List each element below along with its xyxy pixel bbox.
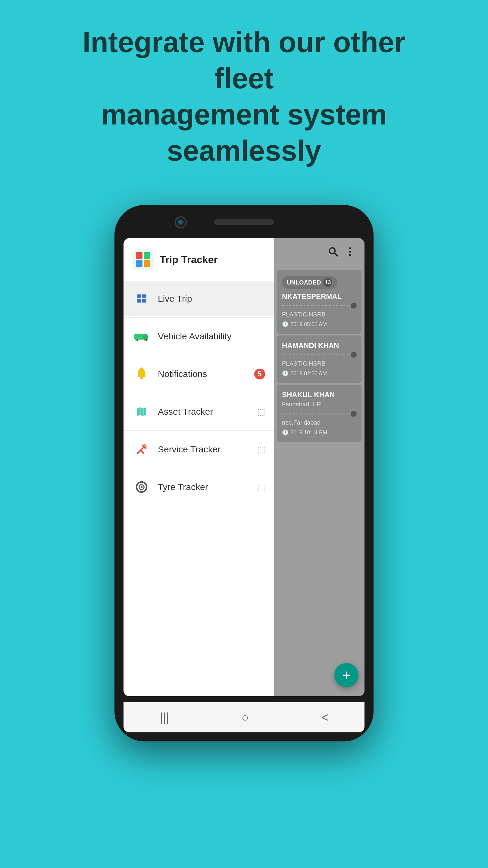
service-tracker-external-icon: ⬚ xyxy=(257,444,265,455)
trip-progress-2 xyxy=(282,352,357,358)
asset-tracker-external-icon: ⬚ xyxy=(257,407,265,417)
fab-add-button[interactable]: + xyxy=(334,663,358,687)
search-button[interactable] xyxy=(325,243,341,260)
main-content: UNLOADED 13 NKATESPERMAL PLASTIC,HSRB xyxy=(274,238,364,696)
drawer-header: Trip Tracker xyxy=(124,238,274,281)
trip-card-3[interactable]: SHAKUL KHAN Faridabad, HR nec,Faridabad … xyxy=(277,384,361,442)
nav-home-button[interactable]: ○ xyxy=(241,711,249,724)
tyre-tracker-label: Tyre Tracker xyxy=(158,482,254,492)
tyre-tracker-icon xyxy=(133,478,151,496)
trip-time-2: 🕐2019 02:26 AM xyxy=(282,370,357,377)
unloaded-count: 13 xyxy=(323,278,332,287)
unloaded-badge: UNLOADED 13 xyxy=(282,276,337,289)
menu-item-live-trip[interactable]: Live Trip xyxy=(124,281,274,316)
navigation-drawer: Trip Tracker Live Trip xyxy=(124,238,274,696)
service-tracker-icon xyxy=(133,440,151,458)
menu-item-asset-tracker[interactable]: Asset Tracker ⬚ xyxy=(124,394,274,429)
app-toolbar xyxy=(274,238,364,265)
vehicle-availability-label: Vehicle Availability xyxy=(158,331,265,341)
tyre-tracker-external-icon: ⬚ xyxy=(257,482,265,492)
fab-plus-icon: + xyxy=(342,668,351,682)
menu-item-notifications[interactable]: Notifications 5 xyxy=(124,356,274,392)
trip-name-1: NKATESPERMAL xyxy=(282,292,357,301)
headline-line3: seamlessly xyxy=(167,134,321,167)
trip-route-1: PLASTIC,HSRB xyxy=(282,311,357,318)
screen: Trip Tracker Live Trip xyxy=(124,238,364,696)
headline-line2: management system xyxy=(101,98,387,130)
service-tracker-label: Service Tracker xyxy=(158,444,254,455)
vehicle-icon xyxy=(133,327,151,345)
menu-item-service-tracker[interactable]: Service Tracker ⬚ xyxy=(124,432,274,467)
nav-back-button[interactable]: < xyxy=(321,711,328,724)
trip-progress-1 xyxy=(282,303,357,309)
trip-list: UNLOADED 13 NKATESPERMAL PLASTIC,HSRB xyxy=(274,265,364,696)
bottom-navigation: ||| ○ < xyxy=(124,702,364,733)
svg-point-23 xyxy=(349,254,351,256)
phone-shell: Trip Tracker Live Trip xyxy=(115,205,373,741)
svg-line-20 xyxy=(335,253,338,256)
svg-point-22 xyxy=(349,251,351,253)
more-options-button[interactable] xyxy=(341,243,358,260)
app-logo xyxy=(133,249,154,270)
svg-rect-0 xyxy=(137,294,141,298)
trip-route-2: PLASTIC,HSRB xyxy=(282,360,357,367)
trip-progress-3 xyxy=(282,411,357,417)
phone-device: Trip Tracker Live Trip xyxy=(115,205,373,741)
live-trip-label: Live Trip xyxy=(158,293,265,304)
menu-item-vehicle-availability[interactable]: Vehicle Availability xyxy=(124,319,274,354)
svg-rect-4 xyxy=(134,334,143,340)
live-trip-icon xyxy=(133,290,151,308)
trip-card-2[interactable]: HAMANDI KHAN PLASTIC,HSRB 🕐2019 02:26 AM xyxy=(277,336,361,383)
svg-point-10 xyxy=(145,339,146,341)
speaker xyxy=(214,219,274,225)
notifications-label: Notifications xyxy=(158,369,254,379)
trip-card-1[interactable]: UNLOADED 13 NKATESPERMAL PLASTIC,HSRB xyxy=(277,270,361,334)
svg-point-8 xyxy=(136,339,137,341)
svg-line-15 xyxy=(141,450,144,453)
svg-point-18 xyxy=(141,486,143,488)
notifications-badge: 5 xyxy=(254,369,265,379)
svg-rect-2 xyxy=(137,299,141,303)
asset-tracker-icon xyxy=(133,403,151,421)
page-headline: Integrate with our other fleet managemen… xyxy=(33,24,455,169)
unloaded-label: UNLOADED xyxy=(287,279,321,286)
menu-item-tyre-tracker[interactable]: Tyre Tracker ⬚ xyxy=(124,470,274,504)
asset-tracker-label: Asset Tracker xyxy=(158,407,254,417)
notifications-icon xyxy=(133,365,151,383)
trip-name-2: HAMANDI KHAN xyxy=(282,341,357,350)
svg-rect-3 xyxy=(142,299,147,303)
trip-route-3: nec,Faridabad xyxy=(282,419,357,426)
camera xyxy=(175,216,187,228)
menu-list: Live Trip xyxy=(124,281,274,696)
headline-line1: Integrate with our other fleet xyxy=(83,26,405,94)
drawer-title: Trip Tracker xyxy=(160,254,218,266)
trip-time-3: 🕐2019 10:14 PM xyxy=(282,429,357,436)
trip-time-1: 🕐2019 05:05 AM xyxy=(282,321,357,328)
svg-rect-11 xyxy=(140,377,143,379)
trip-name-3: SHAKUL KHAN xyxy=(282,391,357,399)
svg-marker-6 xyxy=(143,334,148,336)
trip-location-3: Faridabad, HR xyxy=(282,401,357,408)
svg-point-21 xyxy=(349,247,351,249)
svg-rect-1 xyxy=(142,294,147,298)
nav-menu-button[interactable]: ||| xyxy=(160,711,169,724)
